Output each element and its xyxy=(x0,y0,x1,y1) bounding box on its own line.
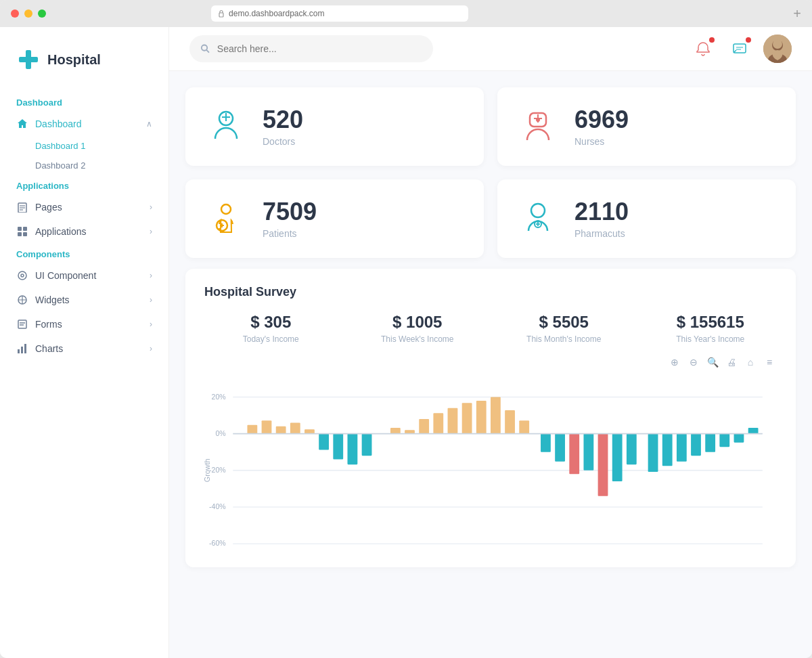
apps-icon xyxy=(16,225,28,238)
svg-rect-0 xyxy=(219,13,223,17)
search-input[interactable] xyxy=(217,43,422,54)
svg-rect-73 xyxy=(519,420,529,434)
svg-rect-8 xyxy=(23,227,27,231)
income-label-week: This Week's Income xyxy=(351,334,484,344)
apps-svg xyxy=(17,226,28,237)
svg-text:-40%: -40% xyxy=(209,502,226,510)
sidebar-subitem-dashboard1[interactable]: Dashboard 1 xyxy=(0,136,168,156)
hospital-logo-icon xyxy=(16,47,41,72)
svg-rect-7 xyxy=(18,227,22,231)
dashboard1-label: Dashboard 1 xyxy=(35,141,85,151)
svg-rect-70 xyxy=(476,401,487,434)
stat-number-patients: 7509 xyxy=(263,198,317,225)
stat-info-nurses: 6969 Nurses xyxy=(574,106,629,147)
browser-titlebar: demo.dashboardpack.com + xyxy=(0,0,812,27)
stats-grid: 520 Doctors xyxy=(169,71,812,269)
notification-badge xyxy=(709,37,715,43)
topbar-icons xyxy=(690,35,792,63)
stat-card-patients: 7509 Patients xyxy=(185,179,484,258)
nurse-icon xyxy=(518,106,558,147)
chevron-right-icon4: › xyxy=(150,295,152,305)
sidebar-item-charts[interactable]: Charts › xyxy=(0,336,168,361)
income-label-today: Today's Income xyxy=(204,334,338,344)
svg-text:0%: 0% xyxy=(215,429,226,437)
forms-svg xyxy=(17,319,28,330)
address-bar[interactable]: demo.dashboardpack.com xyxy=(211,5,468,22)
stat-label-doctors: Doctors xyxy=(263,136,303,147)
pages-label: Pages xyxy=(35,202,62,213)
nurse-svg xyxy=(519,108,557,146)
bell-icon xyxy=(696,41,710,56)
income-stat-month: $ 5505 This Month's Income xyxy=(497,313,631,344)
ui-svg xyxy=(17,270,28,281)
avatar-image xyxy=(763,35,792,63)
svg-text:-20%: -20% xyxy=(209,466,226,474)
message-badge xyxy=(746,37,751,43)
forms-label: Forms xyxy=(35,319,62,330)
home-svg xyxy=(17,118,28,129)
chevron-up-icon: ∧ xyxy=(146,119,152,129)
pages-icon xyxy=(16,201,28,213)
svg-rect-10 xyxy=(23,232,27,236)
sidebar-item-pages[interactable]: Pages › xyxy=(0,195,168,219)
chevron-right-icon: › xyxy=(150,202,152,212)
notification-button[interactable] xyxy=(690,36,716,62)
sidebar-item-forms[interactable]: Forms › xyxy=(0,312,168,336)
income-stat-today: $ 305 Today's Income xyxy=(204,313,338,344)
avatar[interactable] xyxy=(763,35,792,63)
svg-rect-78 xyxy=(598,434,608,496)
svg-rect-84 xyxy=(691,434,701,456)
stat-info-pharmacuts: 2110 Pharmacuts xyxy=(574,198,629,239)
sidebar-item-widgets[interactable]: Widgets › xyxy=(0,288,168,312)
svg-point-28 xyxy=(773,39,782,49)
svg-rect-55 xyxy=(247,425,257,434)
close-button[interactable] xyxy=(11,9,19,18)
svg-rect-66 xyxy=(419,419,429,434)
svg-text:2013: 2013 xyxy=(597,550,613,551)
svg-rect-72 xyxy=(505,410,515,434)
home-button[interactable]: ⌂ xyxy=(743,355,758,370)
svg-rect-62 xyxy=(348,434,358,465)
pharma-svg xyxy=(519,200,557,238)
zoom-reset-button[interactable]: 🔍 xyxy=(705,355,720,370)
chevron-right-icon3: › xyxy=(150,271,152,280)
patient-svg xyxy=(207,200,245,238)
zoom-in-button[interactable]: ⊕ xyxy=(667,355,682,370)
new-tab-button[interactable]: + xyxy=(793,6,801,22)
svg-text:2012: 2012 xyxy=(382,550,399,551)
charts-label: Charts xyxy=(35,343,63,354)
sidebar-item-applications[interactable]: Applications › xyxy=(0,219,168,244)
income-value-week: $ 1005 xyxy=(351,313,484,332)
message-button[interactable] xyxy=(727,36,752,62)
maximize-button[interactable] xyxy=(38,9,46,18)
svg-text:Growth: Growth xyxy=(204,458,211,482)
svg-rect-82 xyxy=(662,434,673,466)
svg-point-35 xyxy=(536,118,540,122)
sidebar-item-ui-component[interactable]: UI Component › xyxy=(0,263,168,288)
svg-rect-17 xyxy=(18,349,20,353)
svg-rect-56 xyxy=(262,420,272,434)
search-bar[interactable] xyxy=(189,35,433,62)
svg-rect-63 xyxy=(362,434,372,456)
chevron-right-icon5: › xyxy=(150,320,152,329)
browser-window: demo.dashboardpack.com + Hospital Dashbo… xyxy=(0,0,812,658)
zoom-out-button[interactable]: ⊖ xyxy=(686,355,701,370)
forms-icon xyxy=(16,318,28,330)
svg-point-36 xyxy=(221,204,231,214)
sidebar-subitem-dashboard2[interactable]: Dashboard 2 xyxy=(0,156,168,175)
svg-rect-18 xyxy=(21,347,23,353)
sidebar-item-dashboard[interactable]: Dashboard ∧ xyxy=(0,112,168,136)
stat-info-patients: 7509 Patients xyxy=(263,198,317,239)
stat-number-nurses: 6969 xyxy=(574,106,629,133)
menu-button[interactable]: ≡ xyxy=(762,355,777,370)
svg-rect-76 xyxy=(569,434,579,475)
sidebar-section-dashboard: Dashboard xyxy=(0,92,168,112)
svg-rect-85 xyxy=(705,434,715,452)
chart-toolbar: ⊕ ⊖ 🔍 🖨 ⌂ ≡ xyxy=(204,355,777,370)
pages-svg xyxy=(17,202,28,213)
stat-label-patients: Patients xyxy=(263,228,317,239)
print-button[interactable]: 🖨 xyxy=(724,355,739,370)
minimize-button[interactable] xyxy=(24,9,32,18)
widgets-label: Widgets xyxy=(35,294,70,305)
sidebar-section-components: Components xyxy=(0,244,168,263)
